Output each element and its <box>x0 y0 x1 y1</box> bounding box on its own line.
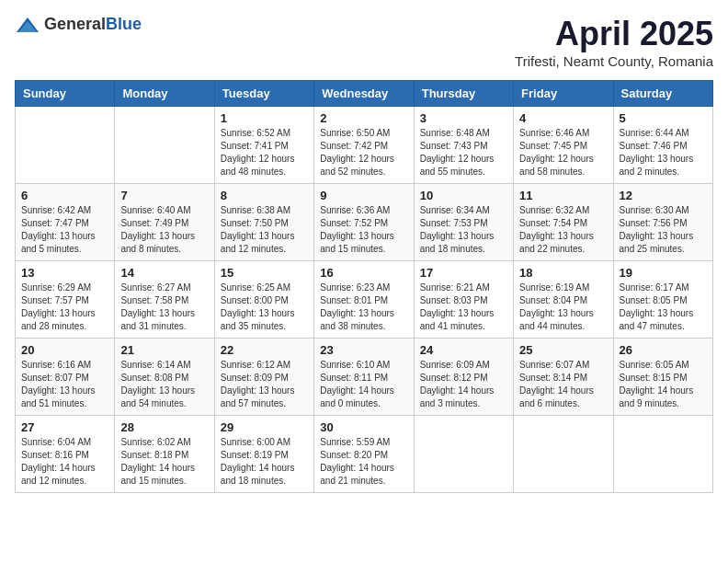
day-number: 27 <box>21 420 108 434</box>
logo: GeneralBlue <box>15 15 142 34</box>
day-info: Sunrise: 6:17 AM Sunset: 8:05 PM Dayligh… <box>620 282 707 333</box>
calendar-cell: 24Sunrise: 6:09 AM Sunset: 8:12 PM Dayli… <box>414 339 513 416</box>
calendar-cell: 21Sunrise: 6:14 AM Sunset: 8:08 PM Dayli… <box>115 339 214 416</box>
calendar-cell: 6Sunrise: 6:42 AM Sunset: 7:47 PM Daylig… <box>16 184 115 261</box>
day-number: 29 <box>221 420 308 434</box>
page-location: Trifesti, Neamt County, Romania <box>515 53 713 69</box>
day-number: 20 <box>21 343 108 357</box>
day-info: Sunrise: 6:10 AM Sunset: 8:11 PM Dayligh… <box>320 359 407 410</box>
day-number: 2 <box>320 111 407 125</box>
day-number: 21 <box>120 343 208 357</box>
calendar-header-thursday: Thursday <box>414 81 513 107</box>
day-info: Sunrise: 6:21 AM Sunset: 8:03 PM Dayligh… <box>420 282 507 333</box>
calendar-cell: 9Sunrise: 6:36 AM Sunset: 7:52 PM Daylig… <box>314 184 414 261</box>
calendar-cell: 25Sunrise: 6:07 AM Sunset: 8:14 PM Dayli… <box>514 339 613 416</box>
day-info: Sunrise: 6:25 AM Sunset: 8:00 PM Dayligh… <box>221 282 308 333</box>
day-number: 7 <box>120 189 208 202</box>
calendar-cell: 10Sunrise: 6:34 AM Sunset: 7:53 PM Dayli… <box>414 184 513 261</box>
day-info: Sunrise: 6:00 AM Sunset: 8:19 PM Dayligh… <box>221 436 308 488</box>
day-number: 26 <box>620 343 707 357</box>
calendar-week-row: 20Sunrise: 6:16 AM Sunset: 8:07 PM Dayli… <box>16 339 713 416</box>
logo-text-blue: Blue <box>106 15 142 33</box>
calendar-header-friday: Friday <box>514 81 613 107</box>
day-info: Sunrise: 5:59 AM Sunset: 8:20 PM Dayligh… <box>320 436 407 488</box>
calendar-header-monday: Monday <box>115 81 214 107</box>
calendar-cell: 11Sunrise: 6:32 AM Sunset: 7:54 PM Dayli… <box>514 184 613 261</box>
day-number: 13 <box>21 266 108 280</box>
day-info: Sunrise: 6:04 AM Sunset: 8:16 PM Dayligh… <box>21 436 108 488</box>
calendar-cell: 15Sunrise: 6:25 AM Sunset: 8:00 PM Dayli… <box>214 261 313 339</box>
day-number: 22 <box>221 343 308 357</box>
calendar-header-sunday: Sunday <box>16 81 115 107</box>
calendar-week-row: 1Sunrise: 6:52 AM Sunset: 7:41 PM Daylig… <box>16 107 713 184</box>
calendar-cell: 8Sunrise: 6:38 AM Sunset: 7:50 PM Daylig… <box>214 184 313 261</box>
calendar-cell: 12Sunrise: 6:30 AM Sunset: 7:56 PM Dayli… <box>613 184 712 261</box>
day-info: Sunrise: 6:32 AM Sunset: 7:54 PM Dayligh… <box>519 204 607 256</box>
day-info: Sunrise: 6:12 AM Sunset: 8:09 PM Dayligh… <box>221 359 308 410</box>
calendar-cell: 27Sunrise: 6:04 AM Sunset: 8:16 PM Dayli… <box>16 416 115 493</box>
page-header: GeneralBlue April 2025 Trifesti, Neamt C… <box>15 15 713 69</box>
day-info: Sunrise: 6:29 AM Sunset: 7:57 PM Dayligh… <box>21 282 108 333</box>
day-number: 16 <box>320 266 407 280</box>
calendar-cell: 14Sunrise: 6:27 AM Sunset: 7:58 PM Dayli… <box>115 261 214 339</box>
day-number: 4 <box>519 111 607 125</box>
calendar-cell <box>16 107 115 184</box>
day-info: Sunrise: 6:46 AM Sunset: 7:45 PM Dayligh… <box>519 127 607 178</box>
day-info: Sunrise: 6:52 AM Sunset: 7:41 PM Dayligh… <box>221 127 308 178</box>
day-number: 23 <box>320 343 407 357</box>
day-info: Sunrise: 6:02 AM Sunset: 8:18 PM Dayligh… <box>120 436 208 488</box>
day-info: Sunrise: 6:44 AM Sunset: 7:46 PM Dayligh… <box>620 127 707 178</box>
day-number: 18 <box>519 266 607 280</box>
day-number: 25 <box>519 343 607 357</box>
day-info: Sunrise: 6:40 AM Sunset: 7:49 PM Dayligh… <box>120 204 208 256</box>
page-title: April 2025 <box>515 15 713 53</box>
day-info: Sunrise: 6:09 AM Sunset: 8:12 PM Dayligh… <box>420 359 507 410</box>
calendar-cell: 23Sunrise: 6:10 AM Sunset: 8:11 PM Dayli… <box>314 339 414 416</box>
day-info: Sunrise: 6:14 AM Sunset: 8:08 PM Dayligh… <box>120 359 208 410</box>
calendar-cell: 1Sunrise: 6:52 AM Sunset: 7:41 PM Daylig… <box>214 107 313 184</box>
calendar-cell: 28Sunrise: 6:02 AM Sunset: 8:18 PM Dayli… <box>115 416 214 493</box>
calendar-week-row: 27Sunrise: 6:04 AM Sunset: 8:16 PM Dayli… <box>16 416 713 493</box>
calendar-cell: 20Sunrise: 6:16 AM Sunset: 8:07 PM Dayli… <box>16 339 115 416</box>
calendar-cell: 3Sunrise: 6:48 AM Sunset: 7:43 PM Daylig… <box>414 107 513 184</box>
day-info: Sunrise: 6:34 AM Sunset: 7:53 PM Dayligh… <box>420 204 507 256</box>
calendar-week-row: 13Sunrise: 6:29 AM Sunset: 7:57 PM Dayli… <box>16 261 713 339</box>
day-info: Sunrise: 6:50 AM Sunset: 7:42 PM Dayligh… <box>320 127 407 178</box>
day-info: Sunrise: 6:30 AM Sunset: 7:56 PM Dayligh… <box>620 204 707 256</box>
day-number: 5 <box>620 111 707 125</box>
day-number: 11 <box>519 189 607 202</box>
day-number: 15 <box>221 266 308 280</box>
day-info: Sunrise: 6:23 AM Sunset: 8:01 PM Dayligh… <box>320 282 407 333</box>
calendar-cell: 26Sunrise: 6:05 AM Sunset: 8:15 PM Dayli… <box>613 339 712 416</box>
calendar-cell: 5Sunrise: 6:44 AM Sunset: 7:46 PM Daylig… <box>613 107 712 184</box>
calendar-cell: 19Sunrise: 6:17 AM Sunset: 8:05 PM Dayli… <box>613 261 712 339</box>
calendar-table: SundayMondayTuesdayWednesdayThursdayFrid… <box>15 80 713 493</box>
day-info: Sunrise: 6:48 AM Sunset: 7:43 PM Dayligh… <box>420 127 507 178</box>
calendar-cell <box>613 416 712 493</box>
calendar-cell <box>514 416 613 493</box>
day-number: 17 <box>420 266 507 280</box>
day-number: 19 <box>620 266 707 280</box>
calendar-cell: 7Sunrise: 6:40 AM Sunset: 7:49 PM Daylig… <box>115 184 214 261</box>
day-number: 9 <box>320 189 407 202</box>
day-info: Sunrise: 6:27 AM Sunset: 7:58 PM Dayligh… <box>120 282 208 333</box>
calendar-cell: 16Sunrise: 6:23 AM Sunset: 8:01 PM Dayli… <box>314 261 414 339</box>
day-info: Sunrise: 6:38 AM Sunset: 7:50 PM Dayligh… <box>221 204 308 256</box>
day-info: Sunrise: 6:19 AM Sunset: 8:04 PM Dayligh… <box>519 282 607 333</box>
calendar-header-tuesday: Tuesday <box>214 81 313 107</box>
day-info: Sunrise: 6:42 AM Sunset: 7:47 PM Dayligh… <box>21 204 108 256</box>
calendar-cell: 18Sunrise: 6:19 AM Sunset: 8:04 PM Dayli… <box>514 261 613 339</box>
day-info: Sunrise: 6:36 AM Sunset: 7:52 PM Dayligh… <box>320 204 407 256</box>
day-info: Sunrise: 6:16 AM Sunset: 8:07 PM Dayligh… <box>21 359 108 410</box>
calendar-cell: 22Sunrise: 6:12 AM Sunset: 8:09 PM Dayli… <box>214 339 313 416</box>
day-number: 3 <box>420 111 507 125</box>
day-number: 10 <box>420 189 507 202</box>
day-info: Sunrise: 6:05 AM Sunset: 8:15 PM Dayligh… <box>620 359 707 410</box>
calendar-cell: 30Sunrise: 5:59 AM Sunset: 8:20 PM Dayli… <box>314 416 414 493</box>
calendar-cell: 13Sunrise: 6:29 AM Sunset: 7:57 PM Dayli… <box>16 261 115 339</box>
day-number: 1 <box>221 111 308 125</box>
calendar-cell: 17Sunrise: 6:21 AM Sunset: 8:03 PM Dayli… <box>414 261 513 339</box>
title-block: April 2025 Trifesti, Neamt County, Roman… <box>515 15 713 69</box>
day-number: 14 <box>120 266 208 280</box>
calendar-cell: 2Sunrise: 6:50 AM Sunset: 7:42 PM Daylig… <box>314 107 414 184</box>
